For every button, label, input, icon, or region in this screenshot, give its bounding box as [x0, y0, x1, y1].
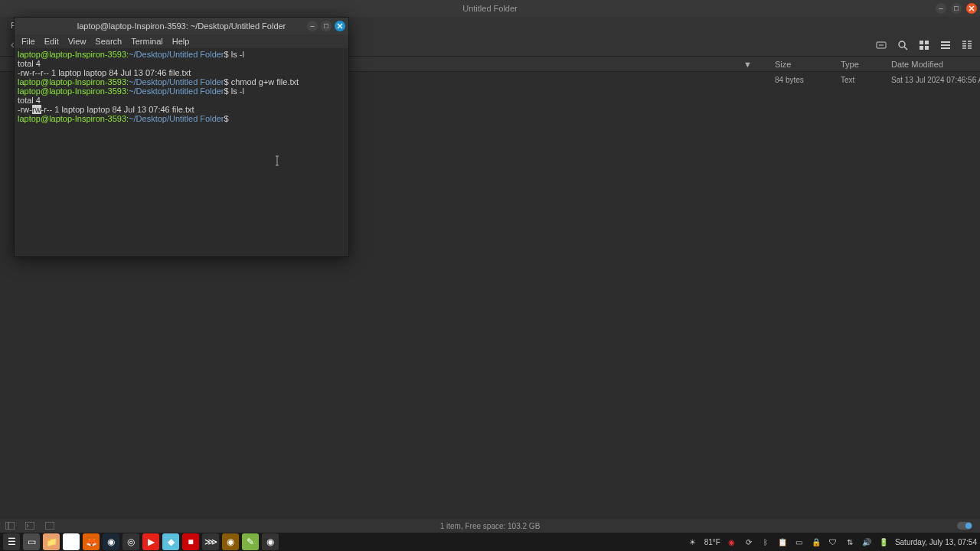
column-header-type[interactable]: Type	[841, 60, 868, 69]
file-manager-titlebar: Untitled Folder – □	[0, 0, 980, 17]
taskbar: ☰▭📁◉🦊◉◎▶◆■⋙◉✎◉ ☀ 81°F ◉ ⟳ ᛒ 📋 ▭ 🔒 🛡 ⇅ 🔊 …	[0, 533, 980, 551]
search-icon[interactable]	[896, 38, 910, 52]
lock-icon[interactable]: 🔒	[811, 536, 822, 547]
show-desktop-icon[interactable]: ▭	[23, 533, 40, 550]
app-icon-2[interactable]: ◆	[162, 533, 179, 550]
svg-rect-5	[925, 46, 929, 50]
term-output: -rw-rw-r-- 1 laptop laptop 84 Jul 13 07:…	[18, 105, 345, 114]
tray-clock[interactable]: Saturday, July 13, 07:54	[895, 538, 977, 546]
term-cmd: ls -l	[231, 86, 244, 96]
bluetooth-icon[interactable]: ᛒ	[760, 536, 771, 547]
app-icon-6[interactable]: ✎	[242, 533, 259, 550]
files-icon[interactable]: 📁	[43, 533, 60, 550]
terminal-menubar: File Edit View Search Terminal Help	[15, 34, 348, 48]
prompt-user: laptop@laptop-Inspiron-3593	[18, 50, 126, 59]
app-icon-3[interactable]: ■	[182, 533, 199, 550]
highlighted-perms: rw	[32, 105, 41, 114]
term-cmd: chmod g+w file.txt	[231, 77, 299, 86]
term-maximize-button[interactable]: □	[321, 21, 332, 31]
sidebar-toggle-icon[interactable]	[3, 519, 17, 533]
close-icon	[337, 23, 343, 29]
grid-view-icon[interactable]	[917, 38, 931, 52]
steam-icon[interactable]: ◉	[103, 533, 119, 550]
system-tray: ☀ 81°F ◉ ⟳ ᛒ 📋 ▭ 🔒 🛡 ⇅ 🔊 🔋 Saturday, Jul…	[688, 536, 977, 547]
clipboard-icon[interactable]: 📋	[777, 536, 788, 547]
term-output: total 4	[18, 59, 345, 68]
sound-icon[interactable]: 🔊	[861, 536, 872, 547]
play-icon[interactable]: ▶	[142, 533, 159, 550]
app-icon-1[interactable]: ◎	[122, 533, 139, 550]
app-icon-5[interactable]: ◉	[222, 533, 239, 550]
battery-icon[interactable]: 🔋	[878, 536, 889, 547]
status-text: 1 item, Free space: 103.2 GB	[440, 522, 541, 530]
weather-sun-icon[interactable]: ☀	[688, 536, 698, 547]
compact-view-icon[interactable]	[960, 38, 974, 52]
status-toggle[interactable]	[957, 522, 972, 530]
sort-indicator-icon[interactable]: ▼	[743, 60, 752, 69]
tray-temperature[interactable]: 81°F	[704, 538, 720, 546]
svg-rect-2	[920, 41, 923, 44]
statusbar-icon[interactable]	[43, 519, 57, 533]
svg-rect-4	[920, 46, 923, 50]
term-menu-edit[interactable]: Edit	[41, 36, 63, 47]
term-menu-terminal[interactable]: Terminal	[127, 36, 167, 47]
term-close-button[interactable]	[335, 21, 345, 31]
record-icon[interactable]: ◉	[727, 536, 737, 547]
terminal-titlebar[interactable]: laptop@laptop-Inspiron-3593: ~/Desktop/U…	[15, 18, 348, 34]
term-menu-file[interactable]: File	[18, 36, 39, 47]
network-icon[interactable]: ⇅	[844, 536, 855, 547]
shield-icon[interactable]: 🛡	[828, 536, 838, 547]
file-manager-title: Untitled Folder	[462, 4, 518, 13]
chrome-icon[interactable]: ◉	[63, 533, 80, 550]
term-cmd: ls -l	[231, 50, 244, 59]
list-view-icon[interactable]	[939, 38, 952, 52]
app-icon-4[interactable]: ⋙	[202, 533, 219, 550]
file-type: Text	[841, 76, 868, 84]
terminal-title: laptop@laptop-Inspiron-3593: ~/Desktop/U…	[77, 21, 286, 31]
term-menu-help[interactable]: Help	[168, 36, 194, 47]
term-menu-view[interactable]: View	[64, 36, 90, 47]
term-menu-search[interactable]: Search	[91, 36, 126, 47]
term-output: -rw-r--r-- 1 laptop laptop 84 Jul 13 07:…	[18, 68, 345, 77]
prompt-path: ~/Desktop/Untitled Folder	[129, 50, 224, 59]
text-cursor-icon	[275, 155, 279, 166]
column-header-date[interactable]: Date Modified	[891, 60, 974, 69]
display-icon[interactable]: ▭	[794, 536, 805, 547]
terminal-body[interactable]: laptop@laptop-Inspiron-3593:~/Desktop/Un…	[15, 48, 348, 256]
terminal-shortcut-icon[interactable]	[23, 519, 37, 533]
firefox-icon[interactable]: 🦊	[83, 533, 100, 550]
svg-rect-3	[925, 41, 929, 44]
svg-point-1	[899, 41, 905, 47]
file-manager-statusbar: 1 item, Free space: 103.2 GB	[0, 519, 980, 533]
menu-icon[interactable]: ☰	[3, 533, 20, 550]
updates-icon[interactable]: ⟳	[743, 536, 754, 547]
term-minimize-button[interactable]: –	[307, 21, 318, 31]
fm-maximize-button[interactable]: □	[951, 3, 962, 14]
file-size: 84 bytes	[775, 76, 818, 84]
file-date: Sat 13 Jul 2024 07:46:56 AM PDT	[891, 76, 974, 84]
term-output: total 4	[18, 96, 345, 105]
fm-minimize-button[interactable]: –	[936, 3, 946, 14]
terminal-window: laptop@laptop-Inspiron-3593: ~/Desktop/U…	[14, 17, 349, 257]
svg-rect-6	[5, 522, 15, 530]
close-icon	[969, 5, 975, 11]
column-header-size[interactable]: Size	[775, 60, 818, 69]
fm-close-button[interactable]	[966, 3, 977, 14]
svg-rect-7	[25, 522, 34, 530]
mint-icon[interactable]: ◉	[262, 533, 279, 550]
taskbar-launchers: ☰▭📁◉🦊◉◎▶◆■⋙◉✎◉	[3, 533, 279, 550]
toggle-location-icon[interactable]	[874, 38, 888, 52]
svg-rect-8	[45, 522, 54, 530]
